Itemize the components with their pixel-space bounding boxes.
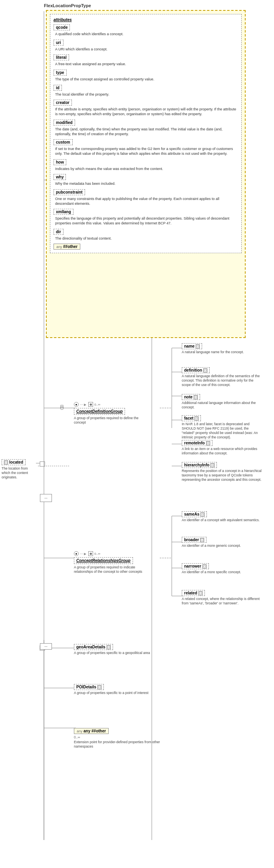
attr-desc-xmllang: Specifies the language of this property … bbox=[54, 216, 238, 226]
narrower-el-name: narrower bbox=[184, 564, 201, 568]
same-as-el-name: sameAs bbox=[184, 512, 199, 516]
element-definition-box: definition □ bbox=[182, 367, 210, 373]
attr-name-xmllang: xmllang bbox=[56, 210, 71, 214]
bottom-connector-box: ··· bbox=[40, 643, 52, 650]
located-element: □ located The location from which the co… bbox=[2, 459, 38, 480]
note-desc: Additional natural language information … bbox=[182, 401, 262, 410]
concept-rel-group-box: ConceptRelationshipsGroup bbox=[74, 557, 133, 564]
name-desc: A natural language name for the concept. bbox=[182, 350, 262, 354]
attr-box-qcode: qcode bbox=[54, 24, 70, 30]
attr-name-creator: creator bbox=[56, 100, 69, 105]
element-hierarchy-info-box: hierarchyInfo □ bbox=[182, 462, 217, 468]
attr-row-why: why Why the metadata has been included. bbox=[54, 174, 238, 187]
remote-info-el-name: remoteInfo bbox=[184, 441, 205, 445]
poi-expand-icon: □ bbox=[97, 685, 101, 689]
attr-box-uri: uri bbox=[54, 40, 64, 46]
located-desc: The location from which the content orig… bbox=[2, 466, 37, 480]
concept-relationships-group: ● ···► ⊕ 0..∞ ConceptRelationshipsGroup … bbox=[74, 551, 154, 574]
definition-expand-icon: □ bbox=[203, 368, 207, 372]
attr-name-qcode: qcode bbox=[56, 25, 68, 30]
hierarchy-info-desc: Represents the position of a concept in … bbox=[182, 469, 262, 482]
mid-connector-box: ··· bbox=[40, 494, 52, 502]
attr-desc-dir: The directionality of textual content. bbox=[54, 236, 238, 242]
attr-name-custom: custom bbox=[56, 140, 70, 144]
element-facet: facet □ In NAR 1.8 and later, facet is d… bbox=[182, 415, 266, 440]
attr-desc-creator: If the attribute is empty, specifies whi… bbox=[54, 106, 238, 117]
attr-desc-id: The local identifier of the property. bbox=[54, 92, 238, 98]
any-other-multiplicity: 0..∞ bbox=[74, 735, 166, 739]
attr-desc-type: The type of the concept assigned as cont… bbox=[54, 76, 238, 83]
same-as-expand-icon: □ bbox=[201, 512, 205, 516]
attr-row-xmllang: xmllang Specifies the language of this p… bbox=[54, 209, 238, 226]
element-broader-box: broader □ bbox=[182, 537, 206, 543]
element-note-box: note □ bbox=[182, 394, 200, 400]
broader-desc: An identifier of a more generic concept. bbox=[182, 544, 262, 548]
located-name: located bbox=[9, 460, 23, 464]
connector-choice-box: ⊕ bbox=[88, 402, 93, 407]
attributes-title: attributes bbox=[54, 18, 238, 22]
definition-el-name: definition bbox=[184, 368, 202, 372]
attr-row-any-other: any ##other bbox=[54, 244, 238, 250]
element-geo-area-details: geoAreaDetails □ A group of properties s… bbox=[74, 644, 166, 655]
note-el-name: note bbox=[184, 395, 193, 399]
element-remote-info-box: remoteInfo □ bbox=[182, 440, 212, 446]
attr-desc-uri: A URI which identifies a concept. bbox=[54, 46, 238, 53]
attr-box-how: how bbox=[54, 159, 66, 165]
attr-box-xmllang: xmllang bbox=[54, 209, 73, 215]
page-title: FlexLocationPropType bbox=[44, 3, 91, 8]
attributes-section: attributes qcode A qualified code which … bbox=[50, 14, 242, 253]
rel-connector-dots: ···► bbox=[80, 552, 87, 556]
attr-row-qcode: qcode A qualified code which identifies … bbox=[54, 24, 238, 38]
element-definition: definition □ A natural language definiti… bbox=[182, 367, 266, 387]
rel-connector-choice: ⊕ bbox=[88, 551, 93, 556]
same-as-desc: An identifier of a concept with equivale… bbox=[182, 518, 262, 522]
geo-el-name: geoAreaDetails bbox=[76, 645, 105, 649]
broader-expand-icon: □ bbox=[200, 538, 204, 542]
attr-row-dir: dir The directionality of textual conten… bbox=[54, 229, 238, 242]
any-other-box: any ##other bbox=[54, 244, 80, 250]
attr-row-creator: creator If the attribute is empty, speci… bbox=[54, 100, 238, 117]
rel-connector-circle: ● bbox=[74, 551, 79, 556]
attr-box-id: id bbox=[54, 85, 62, 91]
name-expand-icon: □ bbox=[196, 344, 200, 348]
located-box: □ located bbox=[2, 459, 26, 465]
any-other-bottom: any any ##other 0..∞ Extension point for… bbox=[74, 728, 166, 749]
facet-expand-icon: □ bbox=[195, 416, 199, 420]
element-geo-box: geoAreaDetails □ bbox=[74, 644, 113, 650]
poi-el-name: POIDetails bbox=[76, 685, 96, 689]
element-narrower-box: narrower □ bbox=[182, 563, 209, 569]
attr-name-id: id bbox=[56, 86, 60, 90]
attr-box-pubconstraint: pubconstraint bbox=[54, 189, 85, 195]
facet-el-name: facet bbox=[184, 416, 193, 420]
element-name-box: name □ bbox=[182, 343, 202, 349]
attr-name-modified: modified bbox=[56, 120, 73, 125]
note-expand-icon: □ bbox=[194, 395, 198, 399]
element-same-as-box: sameAs □ bbox=[182, 511, 207, 517]
concept-rel-group-name: ConceptRelationshipsGroup bbox=[76, 558, 131, 563]
outer-container: attributes qcode A qualified code which … bbox=[46, 10, 246, 338]
name-el-name: name bbox=[184, 344, 195, 348]
poi-desc: A group of properties specific to a poin… bbox=[74, 691, 162, 695]
multiplicity-def: 0..∞ bbox=[94, 403, 100, 406]
rel-multiplicity: 0..∞ bbox=[94, 552, 100, 556]
element-same-as: sameAs □ An identifier of a concept with… bbox=[182, 511, 266, 522]
element-remote-info: remoteInfo □ A link to an item or a web … bbox=[182, 440, 266, 456]
narrower-expand-icon: □ bbox=[203, 564, 206, 568]
element-narrower: narrower □ An identifier of a more speci… bbox=[182, 563, 266, 574]
related-expand-icon: □ bbox=[199, 591, 203, 595]
attr-name-how: how bbox=[56, 160, 64, 164]
attr-row-id: id The local identifier of the property. bbox=[54, 85, 238, 98]
attr-name-why: why bbox=[56, 175, 64, 179]
element-poi-box: POIDetails □ bbox=[74, 684, 104, 690]
remote-info-expand-icon: □ bbox=[206, 441, 210, 445]
facet-desc: In NAR 1.8 and later, facet is deprecate… bbox=[182, 422, 262, 440]
attr-box-dir: dir bbox=[54, 229, 64, 235]
attr-box-type: type bbox=[54, 70, 67, 76]
attr-row-modified: modified The date (and, optionally, the … bbox=[54, 120, 238, 137]
element-related: related □ A related concept, where the r… bbox=[182, 590, 266, 606]
related-el-name: related bbox=[184, 591, 197, 595]
attr-box-custom: custom bbox=[54, 139, 73, 145]
hierarchy-info-el-name: hierarchyInfo bbox=[184, 463, 209, 467]
attr-row-literal: literal A free-text value assigned as pr… bbox=[54, 54, 238, 68]
attr-desc-qcode: A qualified code which identifies a conc… bbox=[54, 31, 238, 38]
